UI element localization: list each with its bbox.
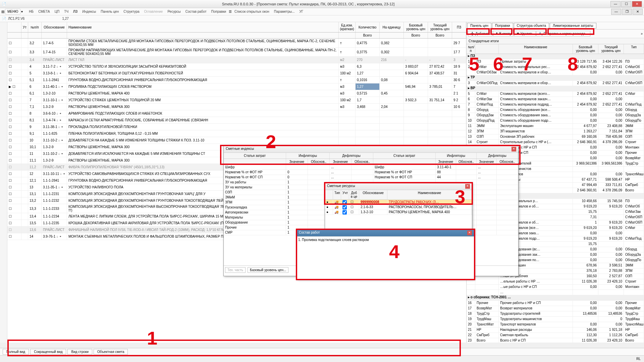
menu-corrections[interactable]: Поправки xyxy=(209,9,228,14)
menu-cp[interactable]: ЦП xyxy=(53,9,62,14)
panel-works[interactable]: Состав работ ✕ 1. Проливка подстилающих … xyxy=(297,229,474,280)
row-checkbox[interactable]: ☐ xyxy=(7,63,21,70)
menu-smeta[interactable]: СМЕТА xyxy=(36,9,52,14)
insert-button[interactable]: ⬆В смету xyxy=(493,31,514,37)
p3-col-uch[interactable]: Учт xyxy=(341,190,349,199)
grid-row[interactable]: ☐5,11.1-1-2841ГРУНТОВКА ВОДНО-ДИСПЕРСИОН… xyxy=(7,77,466,83)
tab-full-view[interactable]: Полный вид xyxy=(3,349,29,355)
base-level-button[interactable]: Базовый уровень цен... xyxy=(248,267,288,273)
menu-open-windows[interactable]: Список открытых окон xyxy=(232,9,271,14)
row-checkbox[interactable]: ☐ xyxy=(7,57,21,63)
col-obosn[interactable]: Обоснование xyxy=(42,22,67,32)
resource-checkbox[interactable] xyxy=(342,200,347,204)
resource-checkbox[interactable] xyxy=(342,205,347,209)
resource-checkbox[interactable] xyxy=(342,210,347,215)
right-row[interactable]: 11ЭММЭксплуатация машин4 677,9723 408,88… xyxy=(467,124,644,129)
menu-price-panel[interactable]: Панель цен xyxy=(99,9,121,14)
col-tek[interactable]: Текущий уровень цен xyxy=(428,22,452,32)
child-close-button[interactable]: ✕ xyxy=(633,9,643,15)
row-checkbox[interactable]: ☐ xyxy=(7,227,21,233)
right-row[interactable]: …ельные работы с НР …11 026,3823 428,10С… xyxy=(467,279,644,285)
p3-col-dob[interactable]: Доб в це xyxy=(349,190,359,199)
grid-row[interactable]: ☐103.11-10-2 ↓ ⚬ДОБАВЛЯЕТСЯ НА КАЖДЫЕ 5 … xyxy=(7,137,466,144)
right-row[interactable]: 7СтМатПодСтоимость материалов подряд…2 4… xyxy=(467,102,644,108)
col-ed[interactable]: Ед.изм. (краткая) xyxy=(339,22,356,32)
dropdown-icon[interactable]: ▾ xyxy=(21,10,23,13)
rh-baz[interactable]: Базовый уровень цен xyxy=(573,44,598,54)
norm-correction-button[interactable]: 🔧Поправка к норме расхода... xyxy=(536,31,591,37)
tab-obj-structure[interactable]: Структура объекта xyxy=(514,23,549,28)
right-row[interactable]: 22СмПрибСметная прибыль112,301 112,26СмП… xyxy=(467,333,644,338)
right-row[interactable]: 19ТрудМашТрудозатраты машинистов0ТрудМаш xyxy=(467,317,644,322)
menu-nb[interactable]: НБ xyxy=(27,9,36,14)
right-row[interactable]: 12ЗПМЗП машинистов1 263,277 151,84ЗПМ xyxy=(467,129,644,134)
row-checkbox[interactable]: ☐ xyxy=(7,48,21,56)
rh-tip[interactable]: Тип xyxy=(624,44,644,54)
add-button[interactable]: ➕Добавить xyxy=(468,31,492,37)
menu-ug[interactable]: УГ xyxy=(297,9,305,14)
tab-corrections[interactable]: Поправки xyxy=(492,23,513,28)
right-row[interactable]: 17ВозврМатВозврат материалов0,000,00Возв… xyxy=(467,306,644,311)
panel-indexes-close[interactable]: ✕ xyxy=(512,147,516,152)
panel-resources-close[interactable]: ✕ xyxy=(465,184,470,189)
tab-price-panel[interactable]: Панель цен xyxy=(467,23,491,28)
index-row[interactable]: Норматив % от ФОТ СП0...Норматив % от ФО… xyxy=(224,175,518,180)
p3-col-ob[interactable]: Обоснование xyxy=(359,190,387,199)
right-row[interactable]: 18ТрудСтрТрудозатраты строителей13,48536… xyxy=(467,311,644,317)
grid-row[interactable]: ☐83.6-6-10 ↓ ⚬АРМИРОВАНИЕ ПОДСТИЛАЮЩИХ С… xyxy=(7,110,466,117)
grid-row[interactable]: ☐93.11-38-1 ↓ ⚬ПРОКЛАДКА ПОЛИЭТИЛЕНОВОЙ … xyxy=(7,124,466,130)
right-row[interactable]: 20ТранспМатТранспорт материалов0,000,00Т… xyxy=(467,322,644,327)
minimize-button[interactable]: — xyxy=(610,1,621,7)
tab-object-smeta[interactable]: Объектная смета xyxy=(94,349,128,355)
row-checkbox[interactable]: ☐ xyxy=(7,144,21,150)
tab-short-view[interactable]: Сокращенный вид xyxy=(30,349,66,355)
right-row[interactable]: 8ОборудСтоимость оборудования (все…0,000… xyxy=(467,108,644,113)
p3-col-nm[interactable]: Наименование xyxy=(387,190,472,199)
menu-indexes[interactable]: Индексы xyxy=(80,9,98,14)
resource-row[interactable]: ●🚚☐1.3-2-10РАСТВОРЫ ЦЕМЕНТНЫЕ, МАРКА 400 xyxy=(325,210,472,215)
p3-col-tip[interactable]: Тип xyxy=(333,190,341,199)
row-checkbox[interactable]: ☐ xyxy=(7,97,21,103)
right-row[interactable]: 2СтМатСтоимость материальных рес…2 454 8… xyxy=(467,65,644,70)
grid-row[interactable]: ▶ ☐63.11-40-1 ↓ ⚬ПРОЛИВКА ПОДСТИЛАЮЩИХ С… xyxy=(7,83,466,90)
col-baz[interactable]: Базовый уровень цен xyxy=(404,22,428,32)
row-checkbox[interactable]: ☐ xyxy=(7,137,21,143)
grid-row[interactable]: ☐3,31.7-4-15ПРОФИЛИ НАПРАВЛЯЮЩИХ МЕТАЛЛИ… xyxy=(7,48,466,57)
row-checkbox[interactable]: ☐ xyxy=(7,177,21,184)
row-checkbox[interactable]: ☐ xyxy=(7,184,21,190)
right-group-row[interactable]: ▸ о сборника: ТСН-2001 … xyxy=(467,295,644,301)
p2-col-def2[interactable]: Дефляторы xyxy=(477,153,518,159)
menu-button[interactable]: МЕНЮ xyxy=(5,9,20,14)
expand-icon[interactable]: » xyxy=(641,32,643,36)
panel-works-close[interactable]: ✕ xyxy=(467,231,472,235)
right-row[interactable]: 21НРНакладные расходы146,061 921,18НР xyxy=(467,327,644,333)
menu-icon[interactable]: ▤ xyxy=(1,10,4,13)
menu-structure[interactable]: Структура xyxy=(121,9,141,14)
grid-row[interactable]: ☐43.11-7-2 ↓ ⚬УСТРОЙСТВО ТЕПЛО И ЗВУКОИЗ… xyxy=(7,63,466,70)
p2-col-inf[interactable]: Инфляторы xyxy=(286,153,330,159)
right-row[interactable]: … xyxy=(467,290,644,295)
row-checkbox[interactable]: ☐ xyxy=(7,130,21,137)
right-row[interactable]: 9ОборудЗакСтоимость оборудования зака…0,… xyxy=(467,113,644,118)
rh-naim[interactable]: Наименование xyxy=(499,44,573,54)
maximize-button[interactable]: ☐ xyxy=(621,1,631,7)
row-checkbox[interactable]: ☐ xyxy=(7,157,21,164)
right-row[interactable]: 16ПрочиеПрочие работы с НР и СП0,000,00П… xyxy=(467,301,644,306)
grid-row[interactable]: ☐9,11.1-1-825ПЛЕНКА ПОЛИЭТИЛЕНОВАЯ, ТОЛЩ… xyxy=(7,130,466,137)
tab-limited-costs[interactable]: Лимитированные затраты xyxy=(550,23,596,28)
row-checkbox[interactable]: ☐ xyxy=(7,213,21,220)
right-group-row[interactable]: ▸ ТР xyxy=(467,75,644,81)
col-naim[interactable]: Наименование xyxy=(67,22,339,32)
right-row[interactable]: 5СтМатСтоимость материалов (всего…2 454 … xyxy=(467,92,644,97)
menu-params[interactable]: Параметры... xyxy=(272,9,297,14)
row-checkbox[interactable]: ☐ xyxy=(7,70,21,76)
row-checkbox[interactable]: ☐ xyxy=(7,191,21,197)
menu-tch[interactable]: ТЧ xyxy=(62,9,70,14)
row-checkbox[interactable]: ☐ xyxy=(7,110,21,117)
right-row[interactable]: 14СтроитСтроительные работы с НР и (…2 6… xyxy=(467,140,644,145)
row-checkbox[interactable]: ☐ xyxy=(7,233,21,240)
row-checkbox[interactable]: ☐ xyxy=(7,104,21,110)
child-minimize-button[interactable]: — xyxy=(611,9,621,15)
right-row[interactable]: 1ПЗПрямые затраты3 128 717,953 434 122,2… xyxy=(467,59,644,65)
grid-row[interactable]: ☐53.13-8-1 ↓ ⚬БЕТОНОКОНТАКТ БЕТОННЫХ И О… xyxy=(7,70,466,77)
